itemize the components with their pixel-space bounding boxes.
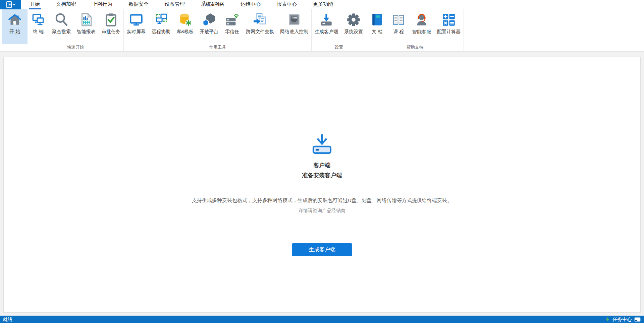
- ribbon-item-label: 智能客服: [412, 29, 431, 35]
- ribbon-item[interactable]: 文 档: [366, 9, 388, 44]
- content-area: 客户端 准备安装客户端 支持生成多种安装包格式，支持多种网络模式，生成后的安装包…: [0, 52, 644, 316]
- download-arrow-icon: [605, 317, 610, 322]
- exchange-icon: [252, 12, 268, 27]
- ribbon-group-label: 设置: [312, 44, 366, 51]
- ribbon-group-label: 快速开始: [28, 44, 123, 51]
- ribbon-group-label: 常用工具: [124, 44, 311, 51]
- ribbon-item[interactable]: 开 始: [2, 9, 28, 44]
- ribbon-item[interactable]: 智能报表: [74, 9, 99, 44]
- ribbon-group: 开 始: [2, 9, 28, 51]
- ribbon-item-label: 跨网文件交换: [246, 29, 274, 35]
- ribbon-item-label: 文 档: [372, 29, 382, 35]
- description-text: 支持生成多种安装包格式，支持多种网络模式，生成后的安装包可通过U盘、刻盘、网络传…: [4, 197, 640, 204]
- page-subtitle: 准备安装客户端: [4, 172, 640, 179]
- nac-icon: [286, 12, 302, 27]
- approve-icon: [103, 12, 119, 27]
- search-icon: [54, 12, 69, 27]
- download-icon: [4, 134, 640, 156]
- ribbon-item-label: 开放平台: [200, 29, 218, 35]
- ribbon-item[interactable]: 聚合搜索: [49, 9, 74, 44]
- ribbon-item[interactable]: 生成客户端: [312, 9, 341, 44]
- ribbon-item-label: 实时屏幕: [127, 29, 146, 35]
- app-menu-button[interactable]: [0, 0, 21, 9]
- menu-tab-3[interactable]: 上网行为: [91, 0, 113, 9]
- task-center-link[interactable]: 任务中心: [612, 316, 632, 323]
- note-text: 详情请咨询产品经销商: [4, 208, 640, 214]
- main-panel: 客户端 准备安装客户端 支持生成多种安装包格式，支持多种网络模式，生成后的安装包…: [3, 57, 641, 313]
- ribbon-item[interactable]: 库&模板: [173, 9, 197, 44]
- ribbon-item-label: 配置计算器: [437, 29, 461, 35]
- ribbon-item-label: 生成客户端: [315, 29, 338, 35]
- genclient-icon: [319, 12, 334, 27]
- ribbon-item[interactable]: 审批任务: [99, 9, 123, 44]
- ribbon-item-label: 库&模板: [176, 29, 194, 35]
- ribbon-item[interactable]: 配置计算器: [434, 9, 464, 44]
- menu-tab-1[interactable]: 开始: [29, 0, 41, 9]
- menu-tab-4[interactable]: 数据安全: [127, 0, 150, 9]
- menu-tab-7[interactable]: 运维中心: [239, 0, 262, 9]
- ribbon-toolbar: 开 始终 端聚合搜索智能报表审批任务快速开始实时屏幕远程协助库&模板开放平台零信…: [0, 9, 644, 52]
- ribbon-item-label: 课 程: [393, 29, 404, 35]
- service-icon: [414, 12, 429, 27]
- ribbon-group: 实时屏幕远程协助库&模板开放平台零信任跨网文件交换网络准入控制常用工具: [124, 9, 312, 51]
- ribbon-item[interactable]: 跨网文件交换: [243, 9, 277, 44]
- ribbon-item-label: 审批任务: [102, 29, 120, 35]
- settings-icon: [346, 12, 361, 27]
- menu-tab-2[interactable]: 文档加密: [55, 0, 77, 9]
- ribbon-item-label: 远程协助: [152, 29, 170, 35]
- zerotrust-icon: [224, 12, 240, 27]
- monitor-icon[interactable]: [634, 317, 641, 322]
- remote-icon: [153, 12, 169, 27]
- status-ready-text: 就绪: [3, 316, 12, 323]
- ribbon-item-label: 智能报表: [77, 29, 96, 35]
- ribbon-item-label: 网络准入控制: [280, 29, 308, 35]
- ribbon-item-label: 开 始: [9, 29, 20, 35]
- ribbon-item[interactable]: 终 端: [28, 9, 49, 44]
- ribbon-item-label: 聚合搜索: [52, 29, 71, 35]
- ribbon-item[interactable]: 系统设置: [341, 9, 366, 44]
- terminal-icon: [31, 12, 46, 27]
- ribbon-group: 终 端聚合搜索智能报表审批任务快速开始: [28, 9, 124, 51]
- ribbon-item[interactable]: 课 程: [388, 9, 409, 44]
- ribbon-item[interactable]: 远程协助: [149, 9, 173, 44]
- ribbon-group: 文 档课 程智能客服配置计算器帮助支持: [366, 9, 464, 51]
- platform-icon: [201, 12, 217, 27]
- ribbon-group-label: [2, 44, 28, 51]
- ribbon-item[interactable]: 实时屏幕: [124, 9, 149, 44]
- ribbon-item-label: 零信任: [225, 29, 239, 35]
- library-icon: [177, 12, 193, 27]
- ribbon-item-label: 系统设置: [344, 29, 363, 35]
- ribbon-item-label: 终 端: [33, 29, 44, 35]
- generate-client-button[interactable]: 生成客户端: [292, 243, 352, 256]
- ribbon-item[interactable]: 网络准入控制: [277, 9, 311, 44]
- menu-tabs: 开始文档加密上网行为数据安全设备管理系统&网络运维中心报表中心更多功能: [29, 0, 334, 9]
- ribbon-item[interactable]: 智能客服: [409, 9, 434, 44]
- screen-icon: [128, 12, 144, 27]
- doc-icon: [369, 12, 385, 27]
- ribbon-group: 生成客户端系统设置设置: [312, 9, 366, 51]
- menu-tab-6[interactable]: 系统&网络: [200, 0, 225, 9]
- menu-bar: 开始文档加密上网行为数据安全设备管理系统&网络运维中心报表中心更多功能: [0, 0, 644, 9]
- ribbon-item[interactable]: 开放平台: [197, 9, 221, 44]
- course-icon: [391, 12, 406, 27]
- ribbon-group-label: 帮助支持: [366, 44, 464, 51]
- menu-tab-8[interactable]: 报表中心: [276, 0, 298, 9]
- menu-tab-5[interactable]: 设备管理: [164, 0, 186, 9]
- report-icon: [78, 12, 94, 27]
- calc-icon: [441, 12, 457, 27]
- status-bar: 就绪 任务中心: [0, 316, 644, 323]
- ribbon-item[interactable]: 零信任: [221, 9, 243, 44]
- app-menu-icon: [5, 1, 16, 8]
- home-icon: [7, 12, 22, 27]
- page-title: 客户端: [4, 162, 640, 169]
- menu-tab-9[interactable]: 更多功能: [312, 0, 334, 9]
